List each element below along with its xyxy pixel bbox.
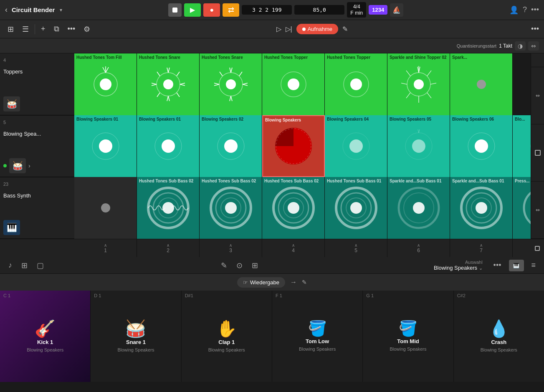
track-expand-blowing[interactable]: › [28,162,30,169]
track-settings-button[interactable]: ⚙ [81,23,93,35]
clip-topper-1[interactable]: Hushed Tones Tom Fill [74,53,137,115]
col-num-1[interactable]: ∧ 1 [74,239,137,258]
metronome-button[interactable]: ⛵ [390,3,403,17]
clip-blowing-6[interactable]: Blowing Speakers 05 [387,115,450,177]
clip-bass-4[interactable]: Hushed Tones Sub Bass 02 [262,177,325,239]
add-track-button[interactable]: + [38,23,48,35]
snare-name: Snare 1 [126,339,146,345]
clip-blowing-3[interactable]: Blowing Speakers 02 [200,115,262,177]
stop-button[interactable] [168,3,182,17]
bottom-pencil-button[interactable]: ✎ [219,259,229,272]
pad-d1s-clap[interactable]: D#1 ✋ Clap 1 Blowing Speakers [182,291,272,382]
svg-line-23 [243,83,248,84]
clip-bass-7[interactable]: Sparkle and...Sub Bass 01 [450,177,513,239]
bottom-music-button[interactable]: ♪ [7,259,14,271]
svg-line-8 [168,68,170,73]
clip-topper-2[interactable]: Hushed Tones Snare [137,53,200,115]
col-num-7[interactable]: ∧ 7 [450,239,513,258]
right-btn-blowing[interactable] [531,124,544,182]
clip-bass-8[interactable]: Press... [513,177,531,239]
clip-bass-3[interactable]: Hushed Tones Sub Bass 02 [200,177,262,239]
svg-point-80 [350,202,362,214]
bottom-sliders-button[interactable]: ⊞ [250,259,260,272]
clip-blowing-2[interactable]: Blowing Speakers 01 [137,115,200,177]
quantize-expand-button[interactable]: ⇔ [528,41,539,51]
loop-button[interactable]: ⇄ [223,3,239,17]
bottom-lines-button[interactable]: ≡ [530,259,538,271]
svg-point-36 [414,79,424,89]
project-caret-icon[interactable]: ▾ [60,7,62,13]
clip-viz-bass2 [145,185,191,231]
clip-topper-5[interactable]: Hushed Tones Topper [325,53,387,115]
pencil-button[interactable]: ✎ [342,25,348,33]
track-label-blowing: 5 Blowing Spea... 🥁 › [0,115,74,177]
aufnahme-button[interactable]: Aufnahme [296,24,338,34]
clip-viz-2 [149,66,187,103]
pad-g1-tommid[interactable]: G 1 🪣 Tom Mid Blowing Speakers [363,291,453,382]
track-icon-toppers[interactable]: 🥁 [3,96,20,111]
pad-c1-kick[interactable]: C 1 🎸 Kick 1 Blowing Speakers [0,291,91,382]
track-icon-bass[interactable]: 🎹 [3,220,20,235]
record-button[interactable]: ● [203,3,220,17]
col-num-4[interactable]: ∧ 4 [262,239,325,258]
svg-line-27 [230,96,231,101]
piano-roll-button[interactable]: 🎹 [509,260,524,271]
clip-topper-6[interactable]: Sparkle and Shine Topper 02 [387,53,450,115]
beats-badge[interactable]: 1234 [369,5,387,15]
clip-bass-5[interactable]: Hushed Tones Sub Bass 01 [325,177,387,239]
pencil-small-button[interactable]: ✎ [302,279,307,286]
bottom-square-button[interactable]: ▢ [35,259,46,272]
arrow-right-button[interactable]: → [290,278,297,286]
grid-view-button[interactable]: ⊞ [5,23,16,35]
svg-line-29 [239,72,242,76]
clip-blowing-5[interactable]: Blowing Speakers 04 [325,115,387,177]
quantize-value[interactable]: 1 Takt [499,43,512,49]
quantize-moon-button[interactable]: ◑ [515,41,526,51]
wiedergabe-button[interactable]: ☞ Wiedergabe [237,277,285,288]
clip-bass-1[interactable] [74,177,137,239]
clip-blowing-1[interactable]: Blowing Speakers 01 [74,115,137,177]
col-num-2[interactable]: ∧ 2 [137,239,200,258]
auswahl-more-button[interactable]: ••• [492,259,503,271]
right-btn-topper[interactable]: ⇔ [531,67,544,124]
col-num-3[interactable]: ∧ 3 [200,239,262,258]
play-from-button[interactable]: ▷| [286,25,292,33]
pad-f1-tomlow[interactable]: F 1 🪣 Tom Low Blowing Speakers [272,291,363,382]
bottom-grid-button[interactable]: ⊞ [20,259,29,272]
share-icon[interactable]: 👤 [509,5,519,15]
back-button[interactable]: ‹ [5,5,8,14]
svg-line-24 [243,84,248,86]
right-btn-bass[interactable]: ⇔ [531,182,544,239]
play-small-button[interactable]: ▷ [276,25,281,33]
track-name-blowing: Blowing Spea... [3,131,41,137]
track-icon-blowing[interactable]: 🥁 [9,158,26,173]
toolbar-overflow-button[interactable]: ••• [531,25,539,33]
clip-topper-4[interactable]: Hushed Tones Topper [262,53,325,115]
help-icon[interactable]: ? [523,5,527,14]
crash-name: Crash [491,339,506,345]
clip-bass-2[interactable]: Hushed Tones Sub Bass 02 [137,177,200,239]
col-num-6[interactable]: ∧ 6 [387,239,450,258]
record-dot-icon [302,28,306,31]
tempo-display: 85,0 [294,5,344,15]
play-button[interactable]: ▶ [184,3,201,17]
clip-blowing-8[interactable]: Blo... [513,115,531,177]
svg-point-6 [163,79,173,89]
clip-bass-6[interactable]: Sparkle and...Sub Bass 01 [387,177,450,239]
clip-blowing-4-active[interactable]: Blowing Speakers [262,115,325,177]
col-num-spacer [0,239,74,258]
snare-icon: 🥁 [125,320,146,337]
list-view-button[interactable]: ☰ [20,23,31,35]
clip-topper-3[interactable]: Hushed Tones Snare [200,53,262,115]
clip-topper-7[interactable]: Spark... [450,53,513,115]
toolbar-more-button[interactable]: ••• [65,23,78,35]
clip-blowing-7[interactable]: Blowing Speakers 06 [450,115,513,177]
pad-c2-crash[interactable]: C#2 💧 Crash Blowing Speakers [454,291,544,382]
col-num-5[interactable]: ∧ 5 [325,239,387,258]
clip-viz-b3 [212,127,250,165]
bottom-clock-button[interactable]: ⊙ [235,259,244,272]
pad-d1-snare[interactable]: D 1 🥁 Snare 1 Blowing Speakers [91,291,181,382]
duplicate-button[interactable]: ⧉ [51,23,62,35]
transport-controls: ▶ ● ⇄ 3 2 2 199 85,0 4/4 F min 1234 ⛵ [168,2,403,18]
more-icon[interactable]: ••• [531,5,539,14]
